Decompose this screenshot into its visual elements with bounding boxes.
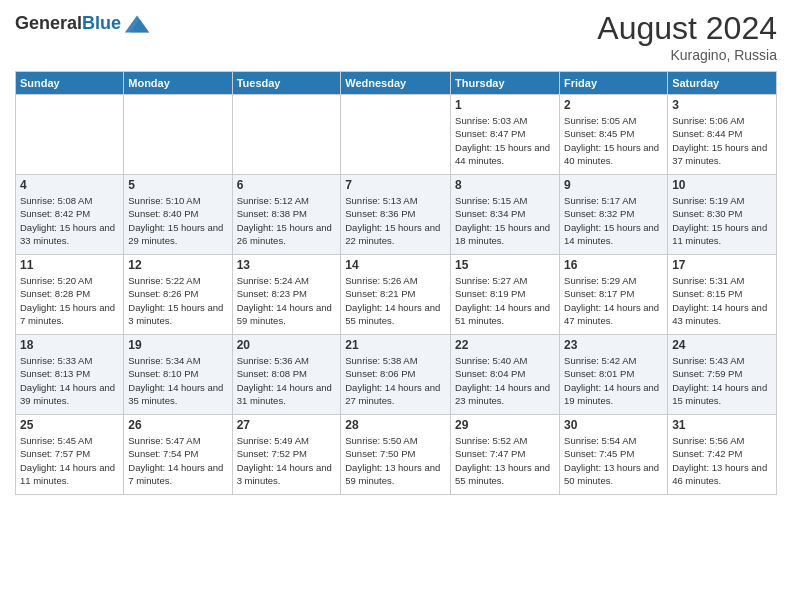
table-row: 2Sunrise: 5:05 AMSunset: 8:45 PMDaylight… [560,95,668,175]
day-number: 20 [237,338,337,352]
day-number: 31 [672,418,772,432]
calendar-week-row: 4Sunrise: 5:08 AMSunset: 8:42 PMDaylight… [16,175,777,255]
table-row: 30Sunrise: 5:54 AMSunset: 7:45 PMDayligh… [560,415,668,495]
day-info: Sunrise: 5:45 AMSunset: 7:57 PMDaylight:… [20,435,115,486]
day-number: 16 [564,258,663,272]
day-number: 4 [20,178,119,192]
day-number: 27 [237,418,337,432]
table-row: 1Sunrise: 5:03 AMSunset: 8:47 PMDaylight… [451,95,560,175]
table-row: 29Sunrise: 5:52 AMSunset: 7:47 PMDayligh… [451,415,560,495]
header: GeneralBlue August 2024 Kuragino, Russia [15,10,777,63]
col-tuesday: Tuesday [232,72,341,95]
page: GeneralBlue August 2024 Kuragino, Russia… [0,0,792,612]
table-row: 10Sunrise: 5:19 AMSunset: 8:30 PMDayligh… [668,175,777,255]
day-info: Sunrise: 5:15 AMSunset: 8:34 PMDaylight:… [455,195,550,246]
day-info: Sunrise: 5:52 AMSunset: 7:47 PMDaylight:… [455,435,550,486]
day-number: 26 [128,418,227,432]
day-number: 15 [455,258,555,272]
day-info: Sunrise: 5:31 AMSunset: 8:15 PMDaylight:… [672,275,767,326]
table-row: 15Sunrise: 5:27 AMSunset: 8:19 PMDayligh… [451,255,560,335]
table-row: 24Sunrise: 5:43 AMSunset: 7:59 PMDayligh… [668,335,777,415]
table-row: 5Sunrise: 5:10 AMSunset: 8:40 PMDaylight… [124,175,232,255]
table-row: 6Sunrise: 5:12 AMSunset: 8:38 PMDaylight… [232,175,341,255]
day-number: 13 [237,258,337,272]
day-info: Sunrise: 5:56 AMSunset: 7:42 PMDaylight:… [672,435,767,486]
day-number: 29 [455,418,555,432]
day-number: 10 [672,178,772,192]
logo-icon [123,10,151,38]
table-row: 21Sunrise: 5:38 AMSunset: 8:06 PMDayligh… [341,335,451,415]
logo-blue: Blue [82,13,121,33]
table-row [124,95,232,175]
day-number: 7 [345,178,446,192]
calendar: Sunday Monday Tuesday Wednesday Thursday… [15,71,777,495]
day-info: Sunrise: 5:40 AMSunset: 8:04 PMDaylight:… [455,355,550,406]
table-row: 4Sunrise: 5:08 AMSunset: 8:42 PMDaylight… [16,175,124,255]
day-info: Sunrise: 5:24 AMSunset: 8:23 PMDaylight:… [237,275,332,326]
day-number: 19 [128,338,227,352]
col-saturday: Saturday [668,72,777,95]
table-row [232,95,341,175]
table-row: 8Sunrise: 5:15 AMSunset: 8:34 PMDaylight… [451,175,560,255]
day-number: 6 [237,178,337,192]
day-info: Sunrise: 5:12 AMSunset: 8:38 PMDaylight:… [237,195,332,246]
col-wednesday: Wednesday [341,72,451,95]
day-number: 14 [345,258,446,272]
day-number: 21 [345,338,446,352]
day-info: Sunrise: 5:26 AMSunset: 8:21 PMDaylight:… [345,275,440,326]
day-info: Sunrise: 5:03 AMSunset: 8:47 PMDaylight:… [455,115,550,166]
day-number: 25 [20,418,119,432]
day-number: 11 [20,258,119,272]
table-row: 14Sunrise: 5:26 AMSunset: 8:21 PMDayligh… [341,255,451,335]
day-info: Sunrise: 5:34 AMSunset: 8:10 PMDaylight:… [128,355,223,406]
table-row [16,95,124,175]
col-sunday: Sunday [16,72,124,95]
title-block: August 2024 Kuragino, Russia [597,10,777,63]
day-info: Sunrise: 5:49 AMSunset: 7:52 PMDaylight:… [237,435,332,486]
day-info: Sunrise: 5:47 AMSunset: 7:54 PMDaylight:… [128,435,223,486]
calendar-week-row: 11Sunrise: 5:20 AMSunset: 8:28 PMDayligh… [16,255,777,335]
day-info: Sunrise: 5:36 AMSunset: 8:08 PMDaylight:… [237,355,332,406]
day-number: 8 [455,178,555,192]
day-number: 23 [564,338,663,352]
table-row: 20Sunrise: 5:36 AMSunset: 8:08 PMDayligh… [232,335,341,415]
col-friday: Friday [560,72,668,95]
table-row: 3Sunrise: 5:06 AMSunset: 8:44 PMDaylight… [668,95,777,175]
day-number: 28 [345,418,446,432]
day-number: 30 [564,418,663,432]
day-info: Sunrise: 5:06 AMSunset: 8:44 PMDaylight:… [672,115,767,166]
day-number: 12 [128,258,227,272]
table-row: 9Sunrise: 5:17 AMSunset: 8:32 PMDaylight… [560,175,668,255]
col-thursday: Thursday [451,72,560,95]
table-row: 31Sunrise: 5:56 AMSunset: 7:42 PMDayligh… [668,415,777,495]
day-info: Sunrise: 5:17 AMSunset: 8:32 PMDaylight:… [564,195,659,246]
logo-text: GeneralBlue [15,14,121,34]
day-number: 24 [672,338,772,352]
table-row: 22Sunrise: 5:40 AMSunset: 8:04 PMDayligh… [451,335,560,415]
table-row: 11Sunrise: 5:20 AMSunset: 8:28 PMDayligh… [16,255,124,335]
day-info: Sunrise: 5:29 AMSunset: 8:17 PMDaylight:… [564,275,659,326]
table-row: 7Sunrise: 5:13 AMSunset: 8:36 PMDaylight… [341,175,451,255]
day-info: Sunrise: 5:27 AMSunset: 8:19 PMDaylight:… [455,275,550,326]
table-row: 12Sunrise: 5:22 AMSunset: 8:26 PMDayligh… [124,255,232,335]
day-info: Sunrise: 5:22 AMSunset: 8:26 PMDaylight:… [128,275,223,326]
day-info: Sunrise: 5:38 AMSunset: 8:06 PMDaylight:… [345,355,440,406]
location: Kuragino, Russia [597,47,777,63]
table-row: 19Sunrise: 5:34 AMSunset: 8:10 PMDayligh… [124,335,232,415]
table-row [341,95,451,175]
col-monday: Monday [124,72,232,95]
day-info: Sunrise: 5:54 AMSunset: 7:45 PMDaylight:… [564,435,659,486]
logo: GeneralBlue [15,10,151,38]
day-info: Sunrise: 5:19 AMSunset: 8:30 PMDaylight:… [672,195,767,246]
day-number: 22 [455,338,555,352]
day-info: Sunrise: 5:08 AMSunset: 8:42 PMDaylight:… [20,195,115,246]
day-number: 3 [672,98,772,112]
calendar-week-row: 1Sunrise: 5:03 AMSunset: 8:47 PMDaylight… [16,95,777,175]
table-row: 25Sunrise: 5:45 AMSunset: 7:57 PMDayligh… [16,415,124,495]
table-row: 17Sunrise: 5:31 AMSunset: 8:15 PMDayligh… [668,255,777,335]
day-number: 5 [128,178,227,192]
day-number: 18 [20,338,119,352]
calendar-header-row: Sunday Monday Tuesday Wednesday Thursday… [16,72,777,95]
table-row: 28Sunrise: 5:50 AMSunset: 7:50 PMDayligh… [341,415,451,495]
day-number: 17 [672,258,772,272]
